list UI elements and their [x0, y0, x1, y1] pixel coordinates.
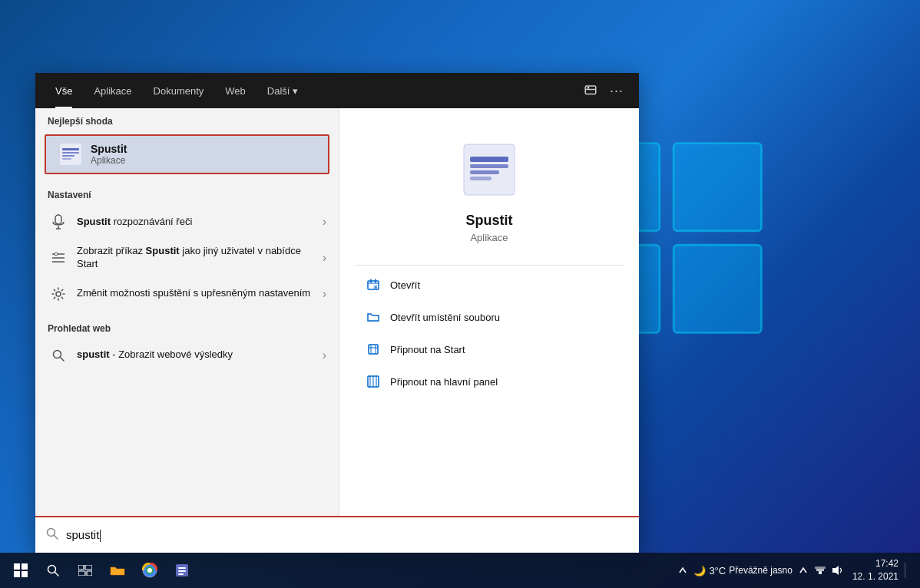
search-bar-icon [46, 527, 58, 543]
svg-rect-38 [14, 563, 20, 570]
more-options-icon[interactable]: ··· [604, 73, 630, 108]
app-icon-large [458, 139, 520, 200]
search-bar: spustit [35, 516, 639, 553]
show-desktop-button[interactable] [905, 563, 909, 578]
svg-point-51 [147, 568, 152, 573]
taskbar: 🌙 3°C Převážně jasno [0, 553, 920, 588]
action-open[interactable]: Otevřít [355, 269, 624, 301]
action-pin-taskbar[interactable]: Připnout na hlavní panel [355, 365, 624, 398]
show-hidden-icons[interactable] [675, 563, 690, 578]
weather-widget[interactable]: 🌙 3°C Převážně jasno [693, 565, 793, 576]
start-button[interactable] [5, 554, 37, 586]
best-match-title: Spustit [91, 143, 127, 155]
svg-rect-39 [22, 563, 28, 570]
taskbar-clock[interactable]: 17:42 12. 1. 2021 [852, 557, 898, 583]
svg-rect-46 [78, 571, 85, 576]
svg-rect-56 [819, 571, 822, 574]
arrow-icon-web: › [323, 349, 326, 362]
taskbar-search-button[interactable] [37, 554, 69, 586]
action-open-location[interactable]: Otevřít umístění souboru [355, 301, 624, 333]
svg-point-18 [55, 253, 58, 256]
svg-rect-54 [178, 570, 186, 572]
best-match-text: Spustit Aplikace [91, 143, 127, 166]
network-icon[interactable] [812, 563, 828, 578]
svg-point-6 [587, 88, 589, 89]
tab-all[interactable]: Vše [45, 73, 83, 108]
tray-icons [796, 563, 845, 578]
menu-icon [48, 247, 69, 269]
svg-rect-26 [470, 177, 491, 180]
svg-rect-27 [368, 281, 379, 289]
settings-label: Nastavení [35, 182, 339, 205]
svg-rect-7 [60, 144, 81, 165]
svg-rect-1 [673, 144, 761, 231]
svg-rect-12 [55, 215, 61, 224]
file-explorer-button[interactable] [101, 554, 134, 586]
svg-line-43 [55, 573, 59, 576]
extra-app-button[interactable] [166, 554, 198, 586]
app-name-large: Spustit [466, 213, 513, 229]
task-view-button[interactable] [69, 554, 101, 586]
settings-item-2[interactable]: Zobrazit příkaz Spustit jako jiný uživat… [35, 239, 339, 277]
arrow-icon-1: › [323, 215, 326, 229]
svg-rect-24 [470, 164, 508, 168]
search-query: spustit [66, 528, 99, 541]
action-open-text: Otevřít [390, 279, 420, 291]
svg-rect-44 [78, 565, 84, 570]
svg-rect-55 [178, 573, 184, 575]
tab-more[interactable]: Další ▾ [256, 73, 309, 108]
svg-line-37 [55, 536, 58, 540]
right-panel: Spustit Aplikace Otevřít [339, 108, 639, 516]
taskbar-time-value: 17:42 [852, 557, 898, 570]
action-divider [355, 265, 624, 266]
tab-docs[interactable]: Dokumenty [143, 73, 215, 108]
settings-item-3[interactable]: Změnit možnosti spuštění s upřesněným na… [35, 277, 339, 311]
best-match-item[interactable]: Spustit Aplikace [45, 134, 329, 174]
sound-icon[interactable] [829, 563, 845, 578]
taskbar-right: 🌙 3°C Převážně jasno [675, 557, 915, 583]
settings-gear-icon [48, 283, 69, 305]
main-content: Nejlepší shoda Spustit Aplikace [35, 108, 639, 516]
settings-section: Nastavení Spustit rozpoznávání řeči [35, 182, 339, 311]
folder-icon [364, 308, 382, 326]
svg-rect-41 [22, 571, 28, 577]
best-match-subtitle: Aplikace [91, 155, 127, 166]
web-search-text: spustit - Zobrazit webové výsledky [77, 349, 323, 362]
arrow-icon-3: › [323, 287, 326, 301]
action-pin-start[interactable]: Připnout na Start [355, 333, 624, 365]
tab-bar: Vše Aplikace Dokumenty Web Další ▾ ··· [35, 73, 639, 108]
best-match-app-icon [58, 142, 83, 167]
web-section: Prohledat web spustit - Zobrazit webové … [35, 315, 339, 372]
settings-item-1[interactable]: Spustit rozpoznávání řeči › [35, 205, 339, 239]
svg-rect-22 [464, 144, 515, 195]
action-pin-taskbar-text: Připnout na hlavní panel [390, 376, 498, 388]
best-match-label: Nejlepší shoda [35, 108, 339, 131]
browser-button[interactable] [134, 554, 166, 586]
left-panel: Nejlepší shoda Spustit Aplikace [35, 108, 339, 516]
settings-item-1-text: Spustit rozpoznávání řeči [77, 216, 323, 229]
svg-rect-57 [816, 569, 824, 571]
pin-taskbar-icon [364, 372, 382, 391]
svg-rect-58 [815, 567, 826, 569]
tab-apps[interactable]: Aplikace [83, 73, 142, 108]
weather-desc: Převážně jasno [729, 565, 793, 576]
action-pin-start-text: Připnout na Start [390, 344, 465, 355]
search-input[interactable]: spustit [66, 528, 628, 542]
web-search-item[interactable]: spustit - Zobrazit webové výsledky › [35, 339, 339, 372]
desktop: Vše Aplikace Dokumenty Web Další ▾ ··· N… [0, 0, 920, 588]
svg-rect-28 [369, 345, 378, 354]
settings-item-2-text: Zobrazit příkaz Spustit jako jiný uživat… [77, 245, 323, 271]
action-open-location-text: Otevřít umístění souboru [390, 312, 500, 323]
weather-temp: 3°C [709, 565, 726, 576]
svg-rect-40 [14, 571, 20, 577]
tray-up-arrow[interactable] [796, 563, 811, 578]
svg-point-19 [56, 292, 61, 296]
tab-web[interactable]: Web [214, 73, 256, 108]
mic-icon [48, 211, 69, 233]
web-label: Prohledat web [35, 315, 339, 339]
feedback-icon[interactable] [577, 73, 604, 108]
search-icon [48, 345, 69, 366]
svg-rect-11 [62, 158, 71, 160]
svg-rect-53 [178, 567, 186, 569]
svg-rect-45 [85, 565, 92, 570]
